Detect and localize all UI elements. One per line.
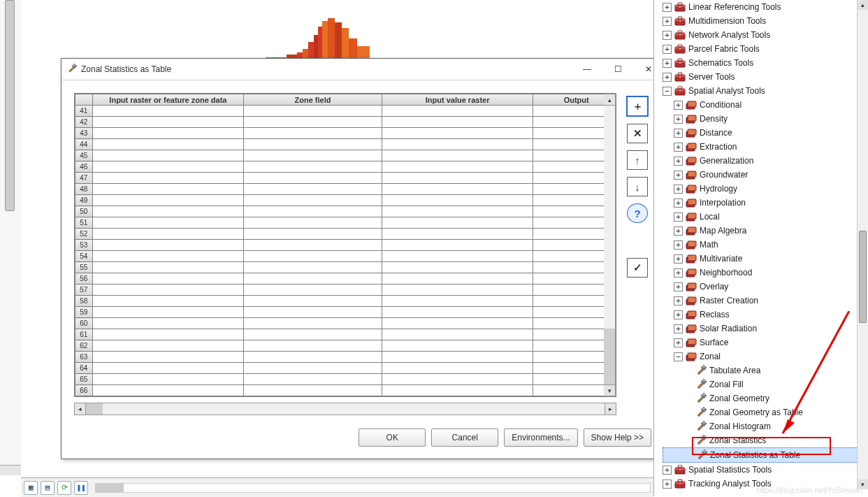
table-row[interactable]: 41 xyxy=(75,106,605,117)
grid-cell[interactable] xyxy=(382,128,533,139)
grid-cell[interactable] xyxy=(533,206,604,217)
check-values-button[interactable]: ✓ xyxy=(627,258,648,278)
tool-item[interactable]: Zonal Statistics xyxy=(663,433,858,447)
expand-icon[interactable]: + xyxy=(674,185,683,194)
row-number-cell[interactable]: 54 xyxy=(75,251,93,262)
row-number-cell[interactable]: 61 xyxy=(75,329,93,340)
row-number-cell[interactable]: 51 xyxy=(75,217,93,229)
grid-cell[interactable] xyxy=(382,106,533,117)
toolset-item-zonal[interactable]: −Zonal xyxy=(663,350,858,363)
row-number-cell[interactable]: 53 xyxy=(75,240,93,251)
grid-cell[interactable] xyxy=(244,296,382,307)
table-row[interactable]: 51 xyxy=(75,217,605,229)
grid-cell[interactable] xyxy=(244,262,382,273)
grid-cell[interactable] xyxy=(382,184,533,195)
row-number-cell[interactable]: 56 xyxy=(75,273,93,284)
tool-item[interactable]: Zonal Fill xyxy=(663,377,858,391)
grid-cell[interactable] xyxy=(92,374,243,385)
collapse-icon[interactable]: − xyxy=(674,352,683,361)
grid-cell[interactable] xyxy=(92,128,243,139)
grid-vertical-scrollbar[interactable]: ▴ ▾ xyxy=(604,94,616,396)
grid-cell[interactable] xyxy=(533,161,604,173)
toolset-item[interactable]: +Hydrology xyxy=(663,182,858,196)
expand-icon[interactable]: + xyxy=(674,143,683,152)
table-row[interactable]: 53 xyxy=(75,240,605,251)
minimize-button[interactable]: — xyxy=(572,59,602,80)
toolset-item[interactable]: +Generalization xyxy=(663,154,858,168)
col-header-zone-field[interactable]: Zone field xyxy=(244,94,382,106)
grid-cell[interactable] xyxy=(92,307,243,318)
table-row[interactable]: 47 xyxy=(75,173,605,184)
grid-cell[interactable] xyxy=(533,106,604,117)
expand-icon[interactable]: + xyxy=(674,268,683,278)
row-number-cell[interactable]: 43 xyxy=(75,128,93,139)
grid-cell[interactable] xyxy=(92,217,243,229)
grid-cell[interactable] xyxy=(533,296,604,307)
grid-cell[interactable] xyxy=(533,385,604,396)
tool-item[interactable]: Zonal Geometry as Table xyxy=(663,405,858,419)
table-row[interactable]: 55 xyxy=(75,262,605,273)
field-help-button[interactable]: ? xyxy=(627,203,648,223)
toolset-item[interactable]: +Overlay xyxy=(663,280,858,294)
toolbox-item[interactable]: +Linear Referencing Tools xyxy=(663,0,858,14)
grid-cell[interactable] xyxy=(533,117,604,128)
grid-cell[interactable] xyxy=(92,173,243,184)
table-row[interactable]: 58 xyxy=(75,296,605,307)
toolset-item[interactable]: +Multivariate xyxy=(663,252,858,266)
table-row[interactable]: 49 xyxy=(75,195,605,206)
grid-cell[interactable] xyxy=(533,229,604,240)
statusbar-scroll-track[interactable] xyxy=(95,483,651,493)
grid-cell[interactable] xyxy=(382,262,533,273)
table-row[interactable]: 45 xyxy=(75,150,605,161)
expand-icon[interactable]: + xyxy=(663,466,672,475)
grid-cell[interactable] xyxy=(92,318,243,329)
grid-cell[interactable] xyxy=(533,173,604,184)
col-header-input-value[interactable]: Input value raster xyxy=(382,94,533,106)
table-row[interactable]: 44 xyxy=(75,139,605,150)
grid-cell[interactable] xyxy=(382,139,533,150)
grid-cell[interactable] xyxy=(533,340,604,352)
grid-cell[interactable] xyxy=(533,195,604,206)
toolset-item[interactable]: +Solar Radiation xyxy=(663,322,858,336)
grid-cell[interactable] xyxy=(244,173,382,184)
expand-icon[interactable]: + xyxy=(674,282,683,291)
grid-cell[interactable] xyxy=(533,240,604,251)
grid-cell[interactable] xyxy=(382,273,533,284)
row-number-cell[interactable]: 55 xyxy=(75,262,93,273)
batch-grid[interactable]: Input raster or feature zone data Zone f… xyxy=(75,94,604,396)
row-number-cell[interactable]: 49 xyxy=(75,195,93,206)
table-row[interactable]: 56 xyxy=(75,273,605,284)
toolset-item[interactable]: +Conditional xyxy=(663,98,858,112)
toolset-item[interactable]: +Interpolation xyxy=(663,196,858,210)
toolset-item[interactable]: +Math xyxy=(663,238,858,252)
row-number-cell[interactable]: 45 xyxy=(75,150,93,161)
table-row[interactable]: 42 xyxy=(75,117,605,128)
grid-cell[interactable] xyxy=(533,352,604,363)
expand-icon[interactable]: + xyxy=(674,171,683,180)
grid-cell[interactable] xyxy=(244,139,382,150)
grid-cell[interactable] xyxy=(533,284,604,296)
expand-icon[interactable]: + xyxy=(674,157,683,166)
scroll-up-arrow-icon[interactable]: ▴ xyxy=(858,0,868,10)
grid-cell[interactable] xyxy=(382,318,533,329)
ok-button[interactable]: OK xyxy=(359,428,426,447)
grid-cell[interactable] xyxy=(533,318,604,329)
toolbox-item-spatial-analyst[interactable]: −Spatial Analyst Tools xyxy=(663,84,858,98)
grid-cell[interactable] xyxy=(92,340,243,352)
grid-cell[interactable] xyxy=(382,352,533,363)
grid-cell[interactable] xyxy=(92,284,243,296)
statusbar-refresh-icon[interactable]: ⟳ xyxy=(57,481,71,495)
grid-cell[interactable] xyxy=(382,307,533,318)
toolset-item[interactable]: +Local xyxy=(663,210,858,224)
grid-cell[interactable] xyxy=(533,128,604,139)
grid-cell[interactable] xyxy=(382,206,533,217)
table-row[interactable]: 59 xyxy=(75,307,605,318)
expand-icon[interactable]: + xyxy=(674,115,683,124)
row-number-cell[interactable]: 63 xyxy=(75,352,93,363)
expand-icon[interactable]: + xyxy=(674,226,683,236)
toolset-item[interactable]: +Neighborhood xyxy=(663,266,858,280)
table-row[interactable]: 52 xyxy=(75,229,605,240)
grid-cell[interactable] xyxy=(92,139,243,150)
grid-cell[interactable] xyxy=(92,273,243,284)
statusbar-pause-icon[interactable]: ❚❚ xyxy=(74,481,88,495)
